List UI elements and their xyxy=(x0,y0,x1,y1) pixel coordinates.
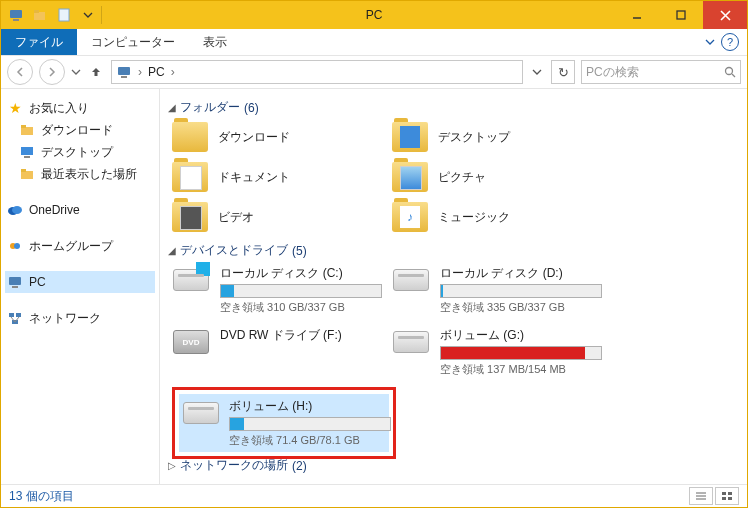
folder-icon xyxy=(172,202,208,232)
expand-icon: ▷ xyxy=(168,460,176,471)
svg-rect-3 xyxy=(34,10,39,13)
folder-icon xyxy=(392,122,428,152)
qat-dropdown-icon[interactable] xyxy=(77,4,99,26)
svg-rect-29 xyxy=(722,492,726,495)
network-icon xyxy=(7,310,23,326)
svg-rect-6 xyxy=(677,11,685,19)
folder-videos[interactable]: ビデオ xyxy=(172,202,382,232)
folder-downloads[interactable]: ダウンロード xyxy=(172,122,382,152)
ribbon-right: ? xyxy=(705,29,747,55)
svg-rect-24 xyxy=(16,313,21,317)
svg-rect-4 xyxy=(59,9,69,21)
content-pane: ◢ フォルダー (6) ダウンロード デスクトップ ドキュメント ピクチャ ビデ… xyxy=(160,89,747,484)
ribbon-tabs: ファイル コンピューター 表示 ? xyxy=(1,29,747,56)
usage-bar xyxy=(220,284,382,298)
svg-rect-2 xyxy=(34,12,45,20)
collapse-icon: ◢ xyxy=(168,245,176,256)
recent-locations-icon[interactable] xyxy=(71,67,81,77)
folder-documents[interactable]: ドキュメント xyxy=(172,162,382,192)
drive-d[interactable]: ローカル ディスク (D:) 空き領域 335 GB/337 GB xyxy=(392,265,602,315)
tab-file[interactable]: ファイル xyxy=(1,29,77,55)
minimize-button[interactable] xyxy=(615,1,659,29)
section-network-locations[interactable]: ▷ ネットワークの場所 (2) xyxy=(166,457,737,474)
search-icon xyxy=(724,66,736,78)
svg-rect-21 xyxy=(9,277,21,285)
up-button[interactable] xyxy=(87,63,105,81)
sidebar-item-downloads[interactable]: ダウンロード xyxy=(5,119,155,141)
sidebar-homegroup[interactable]: ホームグループ xyxy=(5,235,155,257)
svg-rect-22 xyxy=(12,286,18,288)
explorer-window: PC ファイル コンピューター 表示 ? › PC › ↻ PC xyxy=(0,0,748,508)
sidebar-item-desktop[interactable]: デスクトップ xyxy=(5,141,155,163)
svg-rect-0 xyxy=(10,10,22,18)
new-folder-icon[interactable] xyxy=(29,4,51,26)
properties-icon[interactable] xyxy=(53,4,75,26)
usage-bar xyxy=(440,284,602,298)
forward-button[interactable] xyxy=(39,59,65,85)
sidebar-favorites[interactable]: ★お気に入り xyxy=(5,97,155,119)
svg-line-10 xyxy=(732,74,735,77)
folder-pictures[interactable]: ピクチャ xyxy=(392,162,602,192)
refresh-button[interactable]: ↻ xyxy=(551,60,575,84)
svg-rect-13 xyxy=(21,147,33,155)
drive-h[interactable]: ボリューム (H:) 空き領域 71.4 GB/78.1 GB xyxy=(183,398,385,448)
maximize-button[interactable] xyxy=(659,1,703,29)
folders-grid: ダウンロード デスクトップ ドキュメント ピクチャ ビデオ ♪ミュージック xyxy=(166,122,737,232)
sidebar-item-recent[interactable]: 最近表示した場所 xyxy=(5,163,155,185)
title-bar: PC xyxy=(1,1,747,29)
section-folders[interactable]: ◢ フォルダー (6) xyxy=(168,99,737,116)
onedrive-icon xyxy=(7,202,23,218)
sidebar-onedrive[interactable]: OneDrive xyxy=(5,199,155,221)
details-view-button[interactable] xyxy=(689,487,713,505)
svg-rect-11 xyxy=(21,127,33,135)
usage-bar xyxy=(229,417,391,431)
svg-point-9 xyxy=(726,68,733,75)
breadcrumb-sep: › xyxy=(138,65,142,79)
quick-access-toolbar xyxy=(1,1,103,29)
help-icon[interactable]: ? xyxy=(721,33,739,51)
close-button[interactable] xyxy=(703,1,747,29)
breadcrumb-sep[interactable]: › xyxy=(171,65,175,79)
homegroup-icon xyxy=(7,238,23,254)
back-button[interactable] xyxy=(7,59,33,85)
window-buttons xyxy=(615,1,747,29)
address-dropdown-icon[interactable] xyxy=(529,67,545,77)
pc-icon xyxy=(116,64,132,80)
svg-rect-7 xyxy=(118,67,130,75)
hdd-icon xyxy=(392,265,430,295)
hdd-icon xyxy=(392,327,430,357)
tab-computer[interactable]: コンピューター xyxy=(77,29,189,55)
dvd-icon: DVD xyxy=(172,327,210,357)
svg-rect-30 xyxy=(728,492,732,495)
collapse-icon: ◢ xyxy=(168,102,176,113)
tab-view[interactable]: 表示 xyxy=(189,29,241,55)
breadcrumb-pc[interactable]: PC xyxy=(148,65,165,79)
desktop-icon xyxy=(19,144,35,160)
folder-desktop[interactable]: デスクトップ xyxy=(392,122,602,152)
icons-view-button[interactable] xyxy=(715,487,739,505)
pc-icon[interactable] xyxy=(5,4,27,26)
hdd-icon xyxy=(172,265,210,295)
svg-rect-8 xyxy=(121,76,127,78)
svg-rect-31 xyxy=(722,497,726,500)
drive-c[interactable]: ローカル ディスク (C:) 空き領域 310 GB/337 GB xyxy=(172,265,382,315)
address-bar[interactable]: › PC › xyxy=(111,60,523,84)
expand-ribbon-icon[interactable] xyxy=(705,37,715,47)
folder-music[interactable]: ♪ミュージック xyxy=(392,202,602,232)
status-bar: 13 個の項目 xyxy=(1,484,747,507)
folder-icon: ♪ xyxy=(392,202,428,232)
address-bar-row: › PC › ↻ PCの検索 xyxy=(1,56,747,89)
separator xyxy=(101,6,103,24)
pc-icon xyxy=(7,274,23,290)
sidebar-network[interactable]: ネットワーク xyxy=(5,307,155,329)
drive-g[interactable]: ボリューム (G:) 空き領域 137 MB/154 MB xyxy=(392,327,602,377)
hdd-icon xyxy=(183,398,219,428)
svg-rect-16 xyxy=(21,169,26,172)
search-input[interactable]: PCの検索 xyxy=(581,60,741,84)
svg-rect-12 xyxy=(21,125,26,128)
sidebar-pc[interactable]: PC xyxy=(5,271,155,293)
drive-f[interactable]: DVD DVD RW ドライブ (F:) xyxy=(172,327,382,377)
svg-rect-15 xyxy=(21,171,33,179)
drives-grid: ローカル ディスク (C:) 空き領域 310 GB/337 GB ローカル デ… xyxy=(166,265,737,377)
section-drives[interactable]: ◢ デバイスとドライブ (5) xyxy=(168,242,737,259)
